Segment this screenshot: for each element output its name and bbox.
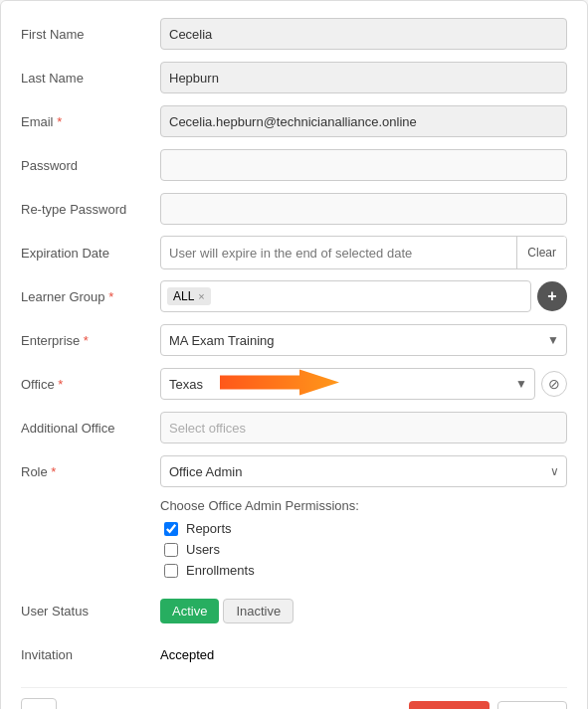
office-row: Office * Texas ▼: [21, 367, 567, 401]
expiration-date-label: Expiration Date: [21, 246, 160, 261]
first-name-label: First Name: [21, 27, 160, 42]
delete-button[interactable]: 🗑: [21, 698, 57, 709]
edit-user-form: First Name Last Name Email * Password Re…: [0, 0, 588, 709]
additional-office-input[interactable]: [160, 412, 567, 443]
enterprise-row: Enterprise * MA Exam Training Exam Train…: [21, 323, 567, 357]
tag-remove-all[interactable]: ×: [198, 290, 204, 302]
form-footer: 🗑 Update Cancel: [21, 687, 567, 709]
enrollments-checkbox-row: Enrollments: [160, 563, 567, 578]
role-select[interactable]: Office Admin Learner Admin: [160, 455, 567, 487]
learner-group-row: Learner Group * ALL × +: [21, 279, 567, 313]
last-name-field: [160, 62, 567, 93]
office-select[interactable]: Texas: [160, 368, 535, 400]
role-select-wrapper: Office Admin Learner Admin ∨: [160, 455, 567, 487]
email-row: Email *: [21, 104, 567, 138]
additional-office-field: [160, 412, 567, 443]
invitation-field: Accepted: [160, 647, 567, 662]
password-label: Password: [21, 158, 160, 173]
email-label: Email *: [21, 114, 160, 129]
learner-group-label: Learner Group *: [21, 289, 160, 304]
active-button[interactable]: Active: [160, 599, 219, 623]
tag-all: ALL ×: [167, 287, 211, 305]
password-input[interactable]: [160, 149, 567, 181]
office-clear-button[interactable]: ⊘: [541, 371, 567, 397]
reports-checkbox-row: Reports: [160, 521, 567, 536]
office-label: Office *: [21, 377, 160, 392]
additional-office-row: Additional Office: [21, 411, 567, 444]
users-label[interactable]: Users: [186, 542, 220, 557]
update-button[interactable]: Update: [409, 701, 489, 710]
add-learner-group-button[interactable]: +: [537, 281, 567, 311]
user-status-field: Active Inactive: [160, 599, 567, 623]
invitation-label: Invitation: [21, 647, 160, 662]
permissions-row: Choose Office Admin Permissions: Reports…: [21, 498, 567, 584]
email-input[interactable]: [160, 105, 567, 137]
cancel-button[interactable]: Cancel: [497, 701, 567, 710]
invitation-row: Invitation Accepted: [21, 637, 567, 671]
office-select-container: Texas ▼: [160, 368, 535, 400]
last-name-label: Last Name: [21, 71, 160, 86]
permissions-inner: Choose Office Admin Permissions: Reports…: [160, 498, 567, 584]
enterprise-field: MA Exam Training Exam Training ▼: [160, 324, 567, 356]
first-name-row: First Name: [21, 17, 567, 51]
last-name-row: Last Name: [21, 61, 567, 94]
users-checkbox[interactable]: [164, 543, 178, 557]
enterprise-label: Enterprise *: [21, 333, 160, 348]
expiration-wrapper: Clear: [160, 236, 567, 269]
role-field: Office Admin Learner Admin ∨: [160, 455, 567, 487]
expiration-clear-button[interactable]: Clear: [516, 237, 566, 268]
learner-group-wrapper: ALL × +: [160, 280, 567, 312]
permissions-title: Choose Office Admin Permissions:: [160, 498, 567, 513]
retype-password-field: [160, 193, 567, 225]
inactive-button[interactable]: Inactive: [223, 599, 294, 623]
password-row: Password: [21, 148, 567, 182]
enrollments-checkbox[interactable]: [164, 564, 178, 578]
enterprise-select-wrapper: MA Exam Training Exam Training ▼: [160, 324, 567, 356]
retype-password-label: Re-type Password: [21, 202, 160, 217]
users-checkbox-row: Users: [160, 542, 567, 557]
office-wrapper: Texas ▼: [160, 368, 567, 400]
tag-input[interactable]: ALL ×: [160, 280, 531, 312]
expiration-date-input[interactable]: [161, 237, 516, 268]
first-name-field: [160, 18, 567, 50]
retype-password-input[interactable]: [160, 193, 567, 225]
role-label: Role *: [21, 464, 160, 479]
footer-actions: Update Cancel: [409, 701, 567, 710]
reports-checkbox[interactable]: [164, 522, 178, 536]
invitation-value: Accepted: [160, 647, 214, 662]
email-field: [160, 105, 567, 137]
expiration-date-field: Clear: [160, 236, 567, 269]
first-name-input[interactable]: [160, 18, 567, 50]
permissions-container: Choose Office Admin Permissions: Reports…: [160, 498, 567, 584]
enterprise-select[interactable]: MA Exam Training Exam Training: [160, 324, 567, 356]
user-status-label: User Status: [21, 604, 160, 619]
password-field: [160, 149, 567, 181]
user-status-row: User Status Active Inactive: [21, 594, 567, 627]
learner-group-field: ALL × +: [160, 280, 567, 312]
last-name-input[interactable]: [160, 62, 567, 93]
retype-password-row: Re-type Password: [21, 192, 567, 226]
reports-label[interactable]: Reports: [186, 521, 232, 536]
status-group: Active Inactive: [160, 599, 294, 623]
role-row: Role * Office Admin Learner Admin ∨: [21, 454, 567, 488]
expiration-date-row: Expiration Date Clear: [21, 236, 567, 269]
enrollments-label[interactable]: Enrollments: [186, 563, 255, 578]
office-field: Texas ▼: [160, 368, 567, 400]
additional-office-label: Additional Office: [21, 421, 160, 436]
